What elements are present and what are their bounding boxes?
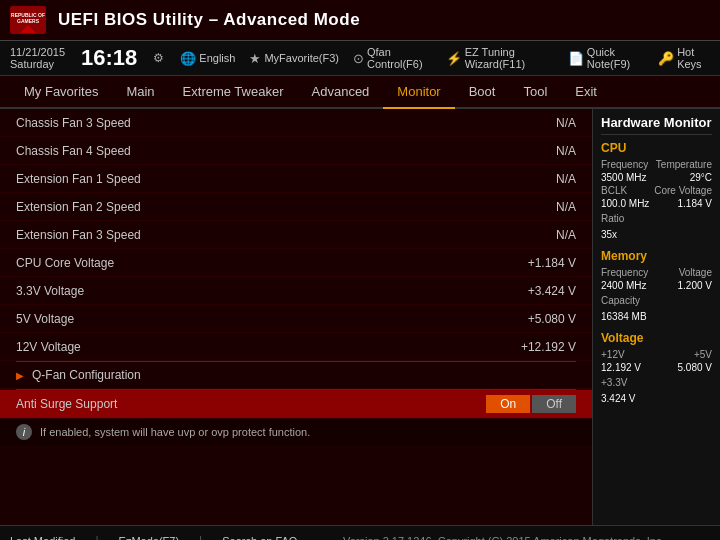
cpu-bclk-label: BCLK	[601, 185, 627, 196]
ez-tuning-icon: ⚡	[446, 51, 462, 66]
toggle-off-button[interactable]: Off	[532, 395, 576, 413]
cpu-freq-value: 3500 MHz	[601, 172, 647, 183]
row-label: Chassis Fan 4 Speed	[16, 144, 476, 158]
cpu-temp-label: Temperature	[656, 159, 712, 170]
mem-cap-value-row: 16384 MB	[601, 309, 712, 323]
cpu-bclk-row: BCLK Core Voltage	[601, 185, 712, 196]
volt-33-value: 3.424 V	[601, 393, 635, 404]
toolbar-language[interactable]: 🌐 English	[180, 51, 235, 66]
mem-freq-value-row: 2400 MHz 1.200 V	[601, 280, 712, 291]
hot-keys-icon: 🔑	[658, 51, 674, 66]
cpu-cv-label: Core Voltage	[654, 185, 712, 196]
nav-monitor[interactable]: Monitor	[383, 76, 454, 109]
mem-cap-label-row: Capacity	[601, 293, 712, 307]
nav-boot[interactable]: Boot	[455, 76, 510, 107]
anti-surge-label: Anti Surge Support	[16, 397, 486, 411]
row-label: 5V Voltage	[16, 312, 476, 326]
qfan-config-row[interactable]: ▶ Q-Fan Configuration	[0, 362, 592, 389]
volt-33-label: +3.3V	[601, 377, 627, 388]
expand-arrow-icon: ▶	[16, 370, 24, 381]
row-label: 3.3V Voltage	[16, 284, 476, 298]
volt-33-label-row: +3.3V	[601, 375, 712, 389]
table-row[interactable]: Chassis Fan 3 Speed N/A	[0, 109, 592, 137]
toolbar-ez-tuning[interactable]: ⚡ EZ Tuning Wizard(F11)	[446, 46, 554, 70]
table-row[interactable]: 3.3V Voltage +3.424 V	[0, 277, 592, 305]
clock-time: 16:18	[81, 45, 137, 71]
volt-5-label: +5V	[694, 349, 712, 360]
toolbar: 11/21/2015 Saturday 16:18 ⚙ 🌐 English ★ …	[0, 41, 720, 76]
cpu-freq-value-row: 3500 MHz 29°C	[601, 172, 712, 183]
nav-advanced[interactable]: Advanced	[298, 76, 384, 107]
table-row[interactable]: Extension Fan 2 Speed N/A	[0, 193, 592, 221]
nav-extreme-tweaker[interactable]: Extreme Tweaker	[169, 76, 298, 107]
row-label: 12V Voltage	[16, 340, 476, 354]
footer-copyright: Version 2.17.1246. Copyright (C) 2015 Am…	[297, 535, 710, 541]
nav-main[interactable]: Main	[112, 76, 168, 107]
footer-actions: Last Modified | EzMode(F7) | Search on F…	[10, 534, 297, 541]
table-row[interactable]: Extension Fan 1 Speed N/A	[0, 165, 592, 193]
search-faq-action[interactable]: Search on FAQ	[222, 534, 297, 541]
anti-surge-toggle[interactable]: On Off	[486, 395, 576, 413]
row-label: Chassis Fan 3 Speed	[16, 116, 476, 130]
toolbar-qfan[interactable]: ⊙ Qfan Control(F6)	[353, 46, 432, 70]
cpu-ratio-label: Ratio	[601, 213, 624, 224]
mem-volt-value: 1.200 V	[678, 280, 712, 291]
voltage-section-title: Voltage	[601, 331, 712, 345]
cpu-cv-value: 1.184 V	[678, 198, 712, 209]
mem-volt-label: Voltage	[679, 267, 712, 278]
cpu-temp-value: 29°C	[690, 172, 712, 183]
settings-icon[interactable]: ⚙	[153, 51, 164, 65]
content-area: Chassis Fan 3 Speed N/A Chassis Fan 4 Sp…	[0, 109, 592, 525]
table-row[interactable]: 12V Voltage +12.192 V	[0, 333, 592, 361]
voltage-section: Voltage +12V +5V 12.192 V 5.080 V +3.3V …	[601, 331, 712, 405]
table-row[interactable]: Chassis Fan 4 Speed N/A	[0, 137, 592, 165]
table-row[interactable]: 5V Voltage +5.080 V	[0, 305, 592, 333]
anti-surge-row[interactable]: Anti Surge Support On Off	[0, 390, 592, 419]
row-label: CPU Core Voltage	[16, 256, 476, 270]
row-label: Extension Fan 1 Speed	[16, 172, 476, 186]
cpu-freq-label: Frequency	[601, 159, 648, 170]
info-row: i If enabled, system will have uvp or ov…	[0, 419, 592, 445]
cpu-ratio-value-row: 35x	[601, 227, 712, 241]
sidebar-title: Hardware Monitor	[601, 115, 712, 135]
cpu-ratio-label-row: Ratio	[601, 211, 712, 225]
toolbar-actions: 🌐 English ★ MyFavorite(F3) ⊙ Qfan Contro…	[180, 46, 710, 70]
nav-my-favorites[interactable]: My Favorites	[10, 76, 112, 107]
date: 11/21/2015	[10, 46, 65, 58]
row-value: N/A	[476, 172, 576, 186]
nav-tool[interactable]: Tool	[509, 76, 561, 107]
header: REPUBLIC OF GAMERS UEFI BIOS Utility – A…	[0, 0, 720, 41]
row-value: N/A	[476, 144, 576, 158]
row-label: Extension Fan 2 Speed	[16, 200, 476, 214]
toolbar-myfavorite[interactable]: ★ MyFavorite(F3)	[249, 51, 339, 66]
volt-33-value-row: 3.424 V	[601, 391, 712, 405]
favorite-icon: ★	[249, 51, 261, 66]
day: Saturday	[10, 58, 54, 70]
ez-mode-action[interactable]: EzMode(F7)	[119, 534, 180, 541]
toggle-on-button[interactable]: On	[486, 395, 530, 413]
logo: REPUBLIC OF GAMERS	[10, 6, 46, 34]
row-value: +12.192 V	[476, 340, 576, 354]
last-modified-action[interactable]: Last Modified	[10, 534, 75, 541]
table-row[interactable]: Extension Fan 3 Speed N/A	[0, 221, 592, 249]
nav-exit[interactable]: Exit	[561, 76, 611, 107]
header-title: UEFI BIOS Utility – Advanced Mode	[58, 10, 360, 30]
mem-cap-value: 16384 MB	[601, 311, 647, 322]
cpu-section: CPU Frequency Temperature 3500 MHz 29°C …	[601, 141, 712, 241]
info-icon: i	[16, 424, 32, 440]
quick-note-icon: 📄	[568, 51, 584, 66]
toolbar-hot-keys[interactable]: 🔑 Hot Keys	[658, 46, 710, 70]
qfan-label: Q-Fan Configuration	[32, 368, 141, 382]
main-layout: Chassis Fan 3 Speed N/A Chassis Fan 4 Sp…	[0, 109, 720, 525]
info-text: If enabled, system will have uvp or ovp …	[40, 426, 310, 438]
mem-freq-label: Frequency	[601, 267, 648, 278]
volt-12-row: +12V +5V	[601, 349, 712, 360]
mem-freq-row: Frequency Voltage	[601, 267, 712, 278]
cpu-ratio-value: 35x	[601, 229, 617, 240]
hardware-monitor-sidebar: Hardware Monitor CPU Frequency Temperatu…	[592, 109, 720, 525]
memory-section: Memory Frequency Voltage 2400 MHz 1.200 …	[601, 249, 712, 323]
row-value: +3.424 V	[476, 284, 576, 298]
toolbar-quick-note[interactable]: 📄 Quick Note(F9)	[568, 46, 644, 70]
table-row[interactable]: CPU Core Voltage +1.184 V	[0, 249, 592, 277]
row-value: N/A	[476, 228, 576, 242]
